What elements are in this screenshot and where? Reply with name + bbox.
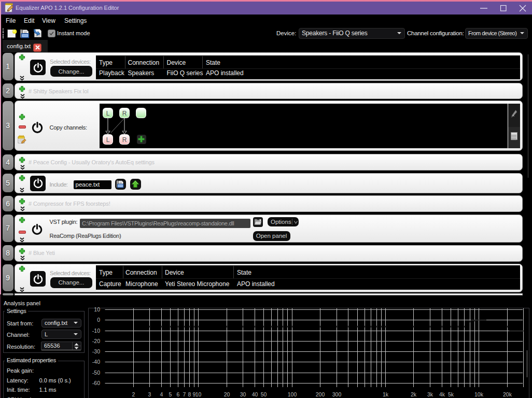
svg-text:20k: 20k bbox=[503, 391, 512, 397]
svg-text:-60: -60 bbox=[92, 380, 100, 386]
svg-text:5k: 5k bbox=[448, 391, 454, 397]
svg-text:-50: -50 bbox=[92, 369, 100, 376]
svg-text:3: 3 bbox=[148, 391, 151, 397]
svg-text:7: 7 bbox=[183, 391, 186, 397]
svg-text:-40: -40 bbox=[92, 359, 100, 365]
svg-text:6: 6 bbox=[177, 391, 180, 397]
svg-text:4k: 4k bbox=[439, 391, 445, 397]
svg-text:200: 200 bbox=[316, 391, 325, 397]
svg-text:3k: 3k bbox=[427, 391, 433, 397]
svg-text:10: 10 bbox=[195, 391, 202, 397]
svg-text:1k: 1k bbox=[383, 391, 389, 397]
svg-text:10: 10 bbox=[94, 306, 100, 312]
svg-text:5: 5 bbox=[169, 391, 172, 397]
svg-text:-30: -30 bbox=[92, 348, 100, 354]
svg-text:30: 30 bbox=[240, 391, 246, 397]
svg-text:10k: 10k bbox=[474, 391, 484, 397]
svg-text:8: 8 bbox=[188, 391, 191, 397]
svg-text:20: 20 bbox=[224, 391, 230, 397]
svg-text:0: 0 bbox=[97, 317, 100, 323]
svg-text:50: 50 bbox=[261, 391, 267, 397]
svg-text:2k: 2k bbox=[411, 391, 417, 397]
svg-text:100: 100 bbox=[288, 391, 297, 397]
svg-text:-10: -10 bbox=[92, 328, 100, 334]
svg-text:40: 40 bbox=[252, 391, 258, 397]
svg-text:2: 2 bbox=[132, 391, 135, 397]
svg-text:-20: -20 bbox=[92, 338, 100, 344]
svg-text:4: 4 bbox=[160, 391, 163, 397]
svg-text:300: 300 bbox=[332, 391, 342, 397]
